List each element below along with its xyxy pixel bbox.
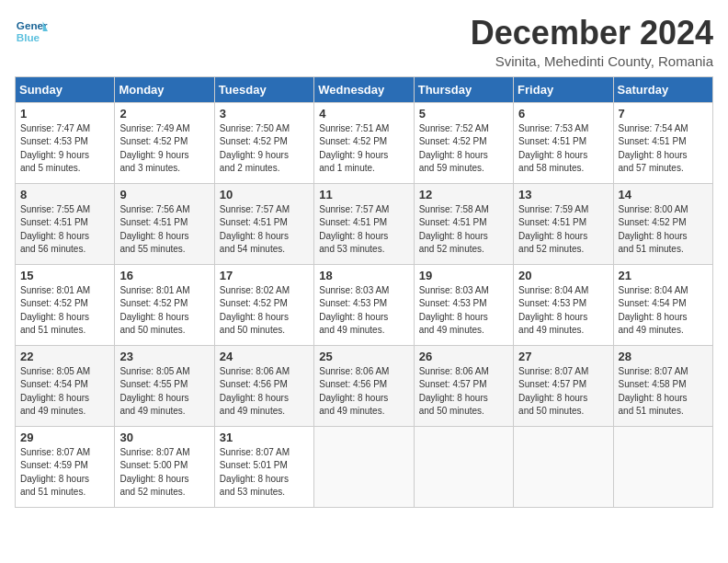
- day-number: 16: [119, 269, 209, 282]
- calendar-cell: 23Sunrise: 8:05 AM Sunset: 4:55 PM Dayli…: [115, 345, 214, 426]
- calendar-cell: 21Sunrise: 8:04 AM Sunset: 4:54 PM Dayli…: [613, 264, 712, 345]
- calendar-cell: 8Sunrise: 7:55 AM Sunset: 4:51 PM Daylig…: [16, 183, 115, 264]
- calendar-cell: 29Sunrise: 8:07 AM Sunset: 4:59 PM Dayli…: [16, 426, 115, 507]
- day-number: 4: [319, 107, 408, 121]
- day-info: Sunrise: 8:02 AM Sunset: 4:52 PM Dayligh…: [220, 284, 309, 338]
- day-info: Sunrise: 7:57 AM Sunset: 4:51 PM Dayligh…: [319, 203, 408, 257]
- day-info: Sunrise: 8:06 AM Sunset: 4:57 PM Dayligh…: [419, 365, 508, 419]
- calendar-week-row: 22Sunrise: 8:05 AM Sunset: 4:54 PM Dayli…: [16, 345, 713, 426]
- calendar-cell: 26Sunrise: 8:06 AM Sunset: 4:57 PM Dayli…: [414, 345, 513, 426]
- calendar-cell: 30Sunrise: 8:07 AM Sunset: 5:00 PM Dayli…: [115, 426, 214, 507]
- calendar-cell: 3Sunrise: 7:50 AM Sunset: 4:52 PM Daylig…: [214, 102, 313, 183]
- calendar-cell: 15Sunrise: 8:01 AM Sunset: 4:52 PM Dayli…: [16, 264, 115, 345]
- header-tuesday: Tuesday: [214, 76, 313, 102]
- day-number: 11: [319, 188, 408, 201]
- day-info: Sunrise: 8:03 AM Sunset: 4:53 PM Dayligh…: [419, 284, 508, 338]
- location-subtitle: Svinita, Mehedinti County, Romania: [471, 53, 713, 69]
- day-info: Sunrise: 8:00 AM Sunset: 4:52 PM Dayligh…: [619, 203, 708, 257]
- day-info: Sunrise: 8:07 AM Sunset: 4:59 PM Dayligh…: [20, 446, 109, 500]
- calendar-cell: 13Sunrise: 7:59 AM Sunset: 4:51 PM Dayli…: [514, 183, 613, 264]
- day-number: 15: [20, 269, 109, 282]
- day-number: 9: [119, 188, 209, 201]
- header-sunday: Sunday: [16, 76, 115, 102]
- day-info: Sunrise: 8:01 AM Sunset: 4:52 PM Dayligh…: [119, 284, 209, 338]
- day-info: Sunrise: 7:52 AM Sunset: 4:52 PM Dayligh…: [419, 122, 508, 176]
- calendar-header-row: SundayMondayTuesdayWednesdayThursdayFrid…: [16, 76, 713, 102]
- calendar-cell: 12Sunrise: 7:58 AM Sunset: 4:51 PM Dayli…: [414, 183, 513, 264]
- calendar-cell: 10Sunrise: 7:57 AM Sunset: 4:51 PM Dayli…: [214, 183, 313, 264]
- calendar-cell: 22Sunrise: 8:05 AM Sunset: 4:54 PM Dayli…: [16, 345, 115, 426]
- calendar-week-row: 1Sunrise: 7:47 AM Sunset: 4:53 PM Daylig…: [16, 102, 713, 183]
- svg-text:Blue: Blue: [17, 31, 40, 43]
- day-number: 13: [518, 188, 608, 201]
- day-info: Sunrise: 8:01 AM Sunset: 4:52 PM Dayligh…: [20, 284, 109, 338]
- calendar-cell: 27Sunrise: 8:07 AM Sunset: 4:57 PM Dayli…: [514, 345, 613, 426]
- calendar-cell: 2Sunrise: 7:49 AM Sunset: 4:52 PM Daylig…: [115, 102, 214, 183]
- day-info: Sunrise: 7:58 AM Sunset: 4:51 PM Dayligh…: [419, 203, 508, 257]
- day-number: 21: [619, 269, 708, 282]
- calendar-cell: 18Sunrise: 8:03 AM Sunset: 4:53 PM Dayli…: [314, 264, 414, 345]
- day-info: Sunrise: 7:59 AM Sunset: 4:51 PM Dayligh…: [518, 203, 608, 257]
- page-header: General Blue December 2024 Svinita, Mehe…: [15, 15, 713, 69]
- logo-icon: General Blue: [15, 15, 48, 48]
- day-info: Sunrise: 7:56 AM Sunset: 4:51 PM Dayligh…: [119, 203, 209, 257]
- calendar-cell: 1Sunrise: 7:47 AM Sunset: 4:53 PM Daylig…: [16, 102, 115, 183]
- day-number: 6: [518, 107, 608, 121]
- calendar-cell: 16Sunrise: 8:01 AM Sunset: 4:52 PM Dayli…: [115, 264, 214, 345]
- day-number: 1: [20, 107, 109, 121]
- calendar-cell: 28Sunrise: 8:07 AM Sunset: 4:58 PM Dayli…: [613, 345, 712, 426]
- logo: General Blue: [15, 15, 48, 48]
- day-number: 22: [20, 350, 109, 363]
- calendar-week-row: 29Sunrise: 8:07 AM Sunset: 4:59 PM Dayli…: [16, 426, 713, 507]
- header-friday: Friday: [514, 76, 613, 102]
- day-number: 12: [419, 188, 508, 201]
- day-info: Sunrise: 7:47 AM Sunset: 4:53 PM Dayligh…: [20, 122, 109, 176]
- calendar-table: SundayMondayTuesdayWednesdayThursdayFrid…: [15, 76, 713, 508]
- day-info: Sunrise: 7:51 AM Sunset: 4:52 PM Dayligh…: [319, 122, 408, 176]
- day-number: 27: [518, 350, 608, 363]
- day-number: 17: [220, 269, 309, 282]
- day-info: Sunrise: 7:49 AM Sunset: 4:52 PM Dayligh…: [119, 122, 209, 176]
- day-info: Sunrise: 8:07 AM Sunset: 4:57 PM Dayligh…: [518, 365, 608, 419]
- day-number: 5: [419, 107, 508, 121]
- day-info: Sunrise: 8:07 AM Sunset: 5:00 PM Dayligh…: [119, 446, 209, 500]
- day-info: Sunrise: 8:07 AM Sunset: 5:01 PM Dayligh…: [220, 446, 309, 500]
- calendar-cell: [314, 426, 414, 507]
- calendar-cell: 11Sunrise: 7:57 AM Sunset: 4:51 PM Dayli…: [314, 183, 414, 264]
- calendar-cell: [613, 426, 712, 507]
- calendar-cell: 31Sunrise: 8:07 AM Sunset: 5:01 PM Dayli…: [214, 426, 313, 507]
- day-info: Sunrise: 7:53 AM Sunset: 4:51 PM Dayligh…: [518, 122, 608, 176]
- day-info: Sunrise: 7:54 AM Sunset: 4:51 PM Dayligh…: [619, 122, 708, 176]
- day-number: 20: [518, 269, 608, 282]
- day-number: 7: [619, 107, 708, 121]
- header-thursday: Thursday: [414, 76, 513, 102]
- day-info: Sunrise: 8:05 AM Sunset: 4:54 PM Dayligh…: [20, 365, 109, 419]
- calendar-cell: 19Sunrise: 8:03 AM Sunset: 4:53 PM Dayli…: [414, 264, 513, 345]
- day-number: 24: [220, 350, 309, 363]
- calendar-cell: [514, 426, 613, 507]
- day-number: 14: [619, 188, 708, 201]
- day-number: 29: [20, 431, 109, 444]
- calendar-cell: 25Sunrise: 8:06 AM Sunset: 4:56 PM Dayli…: [314, 345, 414, 426]
- day-number: 8: [20, 188, 109, 201]
- day-info: Sunrise: 7:50 AM Sunset: 4:52 PM Dayligh…: [220, 122, 309, 176]
- day-number: 30: [119, 431, 209, 444]
- calendar-cell: 14Sunrise: 8:00 AM Sunset: 4:52 PM Dayli…: [613, 183, 712, 264]
- title-block: December 2024 Svinita, Mehedinti County,…: [471, 15, 713, 69]
- calendar-cell: 6Sunrise: 7:53 AM Sunset: 4:51 PM Daylig…: [514, 102, 613, 183]
- calendar-cell: 9Sunrise: 7:56 AM Sunset: 4:51 PM Daylig…: [115, 183, 214, 264]
- day-number: 3: [220, 107, 309, 121]
- header-wednesday: Wednesday: [314, 76, 414, 102]
- calendar-cell: 24Sunrise: 8:06 AM Sunset: 4:56 PM Dayli…: [214, 345, 313, 426]
- header-monday: Monday: [115, 76, 214, 102]
- day-number: 10: [220, 188, 309, 201]
- calendar-cell: 4Sunrise: 7:51 AM Sunset: 4:52 PM Daylig…: [314, 102, 414, 183]
- day-info: Sunrise: 8:05 AM Sunset: 4:55 PM Dayligh…: [119, 365, 209, 419]
- day-info: Sunrise: 8:04 AM Sunset: 4:54 PM Dayligh…: [619, 284, 708, 338]
- day-info: Sunrise: 8:04 AM Sunset: 4:53 PM Dayligh…: [518, 284, 608, 338]
- day-number: 28: [619, 350, 708, 363]
- day-number: 19: [419, 269, 508, 282]
- calendar-week-row: 8Sunrise: 7:55 AM Sunset: 4:51 PM Daylig…: [16, 183, 713, 264]
- calendar-week-row: 15Sunrise: 8:01 AM Sunset: 4:52 PM Dayli…: [16, 264, 713, 345]
- day-info: Sunrise: 8:06 AM Sunset: 4:56 PM Dayligh…: [319, 365, 408, 419]
